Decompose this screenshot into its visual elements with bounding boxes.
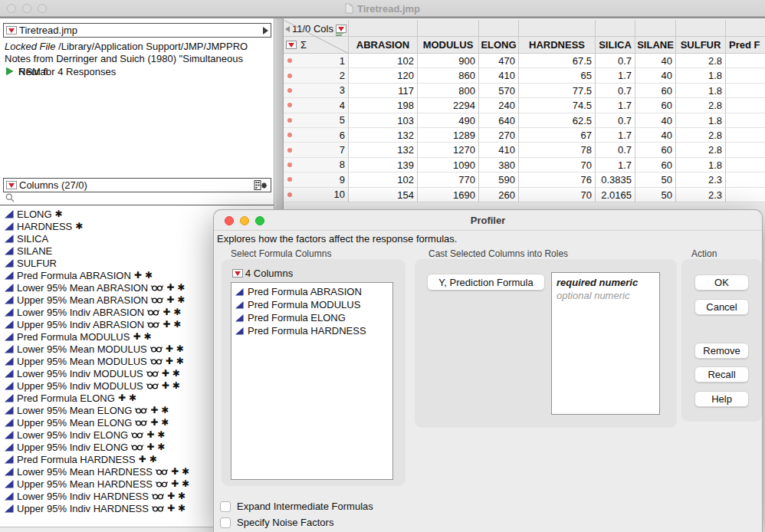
help-button[interactable]: Help xyxy=(694,391,749,407)
table-cell[interactable]: 2.8 xyxy=(676,128,726,143)
table-row[interactable]: 9 102 770 590 76 0.3835 50 2.3 xyxy=(284,172,765,187)
column-list-icon[interactable] xyxy=(336,32,343,37)
table-cell[interactable]: 102 xyxy=(349,172,418,187)
formula-column-item[interactable]: Pred Formula MODULUS xyxy=(231,298,392,311)
row-state-icon[interactable] xyxy=(287,192,292,197)
table-cell[interactable] xyxy=(726,54,765,68)
table-cell[interactable]: 640 xyxy=(479,113,519,128)
table-cell[interactable]: 2294 xyxy=(418,98,479,113)
sigma-icon[interactable]: Σ xyxy=(300,37,307,53)
table-cell[interactable]: 240 xyxy=(479,98,519,113)
table-row[interactable]: 6 132 1289 270 67 1.7 40 2.8 xyxy=(284,128,765,143)
table-cell[interactable]: 260 xyxy=(479,188,519,202)
y-prediction-formula-button[interactable]: Y, Prediction Formula xyxy=(427,274,545,291)
columns-badge-cell[interactable]: 11/0 Cols xyxy=(284,20,349,37)
columns-menu-icon[interactable] xyxy=(6,181,17,189)
table-cell[interactable]: 70 xyxy=(519,158,596,172)
table-row[interactable]: 3 117 800 570 77.5 0.7 60 1.8 xyxy=(284,84,765,98)
table-row[interactable]: 7 132 1270 410 78 0.7 60 2.8 xyxy=(284,143,765,157)
column-header[interactable]: HARDNESS xyxy=(519,37,596,54)
table-row[interactable]: 2 120 860 410 65 1.7 40 1.8 xyxy=(284,68,765,83)
column-header[interactable]: ABRASION xyxy=(349,37,418,54)
table-cell[interactable]: 1.8 xyxy=(676,68,726,83)
table-cell[interactable] xyxy=(726,84,765,98)
table-cell[interactable] xyxy=(726,172,765,187)
table-cell[interactable]: 132 xyxy=(349,143,418,157)
table-cell[interactable]: 1.7 xyxy=(596,68,635,83)
table-cell[interactable]: 0.7 xyxy=(596,54,635,68)
table-cell[interactable] xyxy=(726,143,765,157)
columns-filter-menu[interactable]: 4 Columns xyxy=(232,268,293,279)
recall-button[interactable]: Recall xyxy=(694,366,749,383)
columns-panel-header[interactable]: Columns (27/0) xyxy=(3,178,271,192)
table-cell[interactable]: 60 xyxy=(635,84,676,98)
row-header-cell[interactable]: 5 xyxy=(284,113,349,128)
table-cell[interactable] xyxy=(726,68,765,83)
table-cell[interactable]: 50 xyxy=(635,172,676,187)
table-cell[interactable]: 0.7 xyxy=(596,84,635,98)
row-state-icon[interactable] xyxy=(287,103,292,107)
run-script-icon[interactable] xyxy=(6,67,13,75)
profiler-titlebar[interactable]: Profiler xyxy=(214,210,762,231)
collapse-columns-icon[interactable] xyxy=(285,26,290,32)
table-cell[interactable]: 490 xyxy=(418,113,479,128)
column-header[interactable]: SILANE xyxy=(635,37,676,54)
table-cell[interactable]: 270 xyxy=(479,128,519,143)
row-header-cell[interactable]: 4 xyxy=(284,98,349,113)
row-state-icon[interactable] xyxy=(287,148,292,153)
table-cell[interactable]: 40 xyxy=(635,68,676,83)
table-cell[interactable]: 1.7 xyxy=(596,128,635,143)
rows-header-cell[interactable]: Σ xyxy=(284,37,349,54)
formula-columns-list[interactable]: Pred Formula ABRASION Pred Formula MODUL… xyxy=(231,282,393,480)
rows-menu-icon[interactable] xyxy=(286,41,297,49)
table-cell[interactable]: 154 xyxy=(349,188,418,202)
row-state-icon[interactable] xyxy=(287,118,292,123)
column-settings-icon[interactable] xyxy=(254,180,268,190)
table-row[interactable]: 1 102 900 470 67.5 0.7 40 2.8 xyxy=(284,54,765,68)
table-row[interactable]: 10 154 1690 260 70 2.0165 50 2.3 xyxy=(284,188,765,202)
row-header-cell[interactable]: 10 xyxy=(284,188,349,202)
table-cell[interactable] xyxy=(726,98,765,113)
table-cell[interactable]: 800 xyxy=(418,84,479,98)
row-header-cell[interactable]: 2 xyxy=(284,68,349,83)
tables-panel-header[interactable]: Tiretread.jmp xyxy=(3,23,271,38)
table-cell[interactable]: 1.8 xyxy=(676,113,726,128)
row-header-cell[interactable]: 1 xyxy=(284,54,349,68)
row-state-icon[interactable] xyxy=(287,88,292,93)
table-cell[interactable]: 74.5 xyxy=(519,98,596,113)
row-header-cell[interactable]: 9 xyxy=(284,172,349,187)
table-row[interactable]: 5 103 490 640 62.5 0.7 40 1.8 xyxy=(284,113,765,128)
formula-column-item[interactable]: Pred Formula HARDNESS xyxy=(231,324,392,337)
row-header-cell[interactable]: 7 xyxy=(284,143,349,157)
table-cell[interactable]: 2.3 xyxy=(676,188,726,202)
table-cell[interactable]: 198 xyxy=(349,98,418,113)
table-cell[interactable]: 0.7 xyxy=(596,113,635,128)
table-cell[interactable]: 117 xyxy=(349,84,418,98)
table-cell[interactable]: 67 xyxy=(519,128,596,143)
row-state-icon[interactable] xyxy=(287,74,292,78)
table-cell[interactable]: 40 xyxy=(635,113,676,128)
table-row[interactable]: 4 198 2294 240 74.5 1.7 60 2.8 xyxy=(284,98,765,113)
table-cell[interactable]: 2.8 xyxy=(676,54,726,68)
column-header[interactable]: MODULUS xyxy=(418,37,479,54)
table-cell[interactable]: 50 xyxy=(635,188,676,202)
table-cell[interactable]: 470 xyxy=(479,54,519,68)
table-cell[interactable]: 1690 xyxy=(418,188,479,202)
row-state-icon[interactable] xyxy=(287,58,292,63)
table-cell[interactable] xyxy=(726,113,765,128)
formula-column-item[interactable]: Pred Formula ABRASION xyxy=(231,285,392,298)
table-cell[interactable]: 70 xyxy=(519,188,596,202)
table-cell[interactable]: 1090 xyxy=(418,158,479,172)
table-cell[interactable]: 120 xyxy=(349,68,418,83)
table-cell[interactable] xyxy=(726,188,765,202)
table-cell[interactable] xyxy=(726,158,765,172)
columns-filter-menu-icon[interactable] xyxy=(232,269,243,277)
ok-button[interactable]: OK xyxy=(694,274,749,291)
table-cell[interactable]: 65 xyxy=(519,68,596,83)
table-cell[interactable]: 2.8 xyxy=(676,143,726,157)
columns-search[interactable] xyxy=(5,193,15,205)
expand-intermediate-formulas-checkbox[interactable] xyxy=(220,501,231,512)
table-cell[interactable]: 0.7 xyxy=(596,143,635,157)
table-cell[interactable]: 1270 xyxy=(418,143,479,157)
cancel-button[interactable]: Cancel xyxy=(694,299,749,315)
